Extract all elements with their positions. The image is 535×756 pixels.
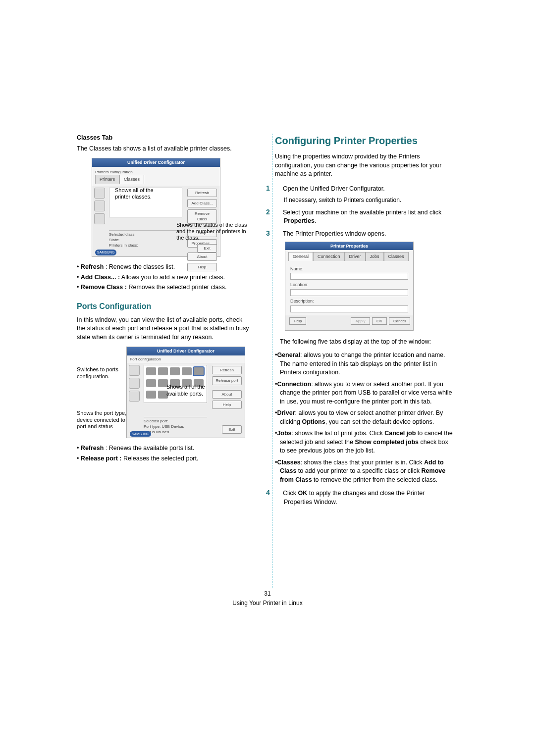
page-number: 31 [0,590,535,598]
window-title: Printer Properties [285,242,413,251]
refresh-button: Refresh [212,366,242,374]
tab-jobs: Jobs [366,252,384,261]
exit-button: Exit [197,244,217,252]
step-2: 2Select your machine on the available pr… [275,207,453,226]
step-1: 1Open the Unified Driver Configurator. [275,184,453,194]
page-footer: 31 Using Your Printer in Linux [0,590,535,607]
printer-properties-screenshot: Printer Properties GeneralConnectionDriv… [285,242,414,331]
tabs-intro: The following five tabs display at the t… [275,338,453,347]
step-3: 3The Printer Properties window opens. [275,229,453,239]
tab-classes: Classes [384,252,409,261]
description-input [290,305,408,312]
ok-button: OK [372,317,387,325]
callout-class-status: Shows the status of the class and the nu… [176,222,251,242]
callout-switch-ports: Switches to ports configuration. [77,366,121,379]
callout-available-ports: Shows all of the available ports. [166,384,221,397]
label-name: Name: [290,266,408,272]
classes-intro: The Classes tab shows a list of availabl… [77,145,250,153]
tab-printers: Printers [95,175,119,184]
label-location: Location: [290,282,408,288]
name-input [290,273,408,280]
callout-classes-list: Shows all of the printer classes. [115,187,164,200]
step-4: 4Click OK to apply the changes and close… [275,488,453,506]
window-title: Unified Driver Configurator [92,158,220,167]
desc-classes: Classes: shows the class that your print… [275,458,453,485]
tab-general: General [288,252,313,261]
cancel-button: Cancel [389,317,410,325]
sidebar-icons [92,186,107,277]
column-divider [272,134,273,588]
tab-driver: Driver [345,252,366,261]
tab-classes: Classes [119,175,144,184]
step-1-sub: If necessary, switch to Printers configu… [275,196,453,204]
tab-connection: Connection [313,252,345,261]
exit-button: Exit [222,425,242,434]
ports-config-heading: Ports Configuration [77,301,250,312]
ports-config-screenshot: Unified Driver Configurator Port configu… [126,347,245,438]
ports-intro: In this window, you can view the list of… [77,316,250,342]
desc-general: General: allows you to change the printe… [275,351,453,377]
location-input [290,289,408,296]
help-button: Help [212,401,242,409]
help-button: Help [187,263,217,271]
help-button: Help [289,317,306,325]
footer-caption: Using Your Printer in Linux [0,599,535,607]
desc-driver: Driver: allows you to view or select ano… [275,409,453,426]
classes-tab-heading: Classes Tab [77,134,250,143]
classes-config-screenshot: Unified Driver Configurator Printers con… [92,158,220,257]
config-props-intro: Using the properties window provided by … [275,152,453,179]
add-class-button: Add Class... [187,199,217,207]
label-description: Description: [290,298,408,304]
refresh-button: Refresh [187,189,217,197]
config-props-heading: Configuring Printer Properties [275,134,453,148]
ports-bullet-list: Refresh : Renews the available ports lis… [77,444,250,463]
window-title: Unified Driver Configurator [127,347,245,355]
desc-connection: Connection: allows you to view or select… [275,380,453,406]
apply-button: Apply [351,317,370,325]
desc-jobs: Jobs: shows the list of print jobs. Clic… [275,429,453,455]
